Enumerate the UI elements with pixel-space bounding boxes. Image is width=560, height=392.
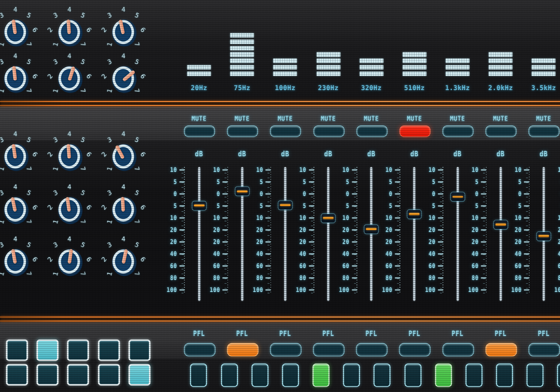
eq-bar-segment (187, 71, 211, 76)
pfl-button[interactable] (356, 343, 388, 356)
soft-key[interactable] (496, 363, 513, 387)
grid-key[interactable] (6, 340, 28, 361)
pfl-button[interactable] (184, 343, 215, 356)
pfl-button[interactable] (442, 343, 474, 356)
grid-key[interactable] (98, 340, 120, 361)
mute-button[interactable] (529, 126, 560, 137)
soft-key[interactable] (465, 363, 482, 387)
grid-key[interactable] (6, 364, 28, 385)
fader-track[interactable] (500, 167, 502, 301)
soft-key[interactable] (251, 363, 268, 387)
eq-bar-segment (360, 65, 383, 70)
fader-scale-label: 80 (507, 274, 522, 281)
fader-scale-label: 100 (205, 286, 220, 293)
soft-key[interactable] (435, 363, 452, 387)
fader-scale-label: 20 (420, 238, 436, 245)
mute-button[interactable] (270, 126, 301, 137)
fader-cap[interactable] (451, 193, 464, 201)
eq-bar-segment (230, 40, 254, 44)
fader-cap[interactable] (192, 201, 206, 210)
eq-bar-segment (230, 46, 254, 50)
fader-track[interactable] (370, 167, 373, 301)
grid-key[interactable] (98, 364, 120, 385)
fader-scale-label: 5 (205, 178, 220, 185)
soft-key[interactable] (527, 363, 544, 387)
fader-scale-label: 60 (291, 262, 306, 269)
pfl-button[interactable] (399, 343, 431, 356)
fader-cap[interactable] (408, 210, 421, 218)
mute-button[interactable] (442, 126, 473, 137)
soft-key[interactable] (557, 363, 560, 387)
fader-scale-label: 60 (162, 262, 177, 269)
db-unit-label: dB (534, 149, 554, 158)
fader-scale-label: 60 (550, 262, 560, 269)
eq-bar-segment (230, 71, 254, 76)
pfl-button[interactable] (313, 343, 344, 356)
fader-scale-label: 5 (507, 202, 522, 209)
mute-button[interactable] (227, 126, 258, 137)
fader-scale-label: 5 (464, 178, 479, 185)
soft-key[interactable] (190, 363, 207, 387)
knob-number: 4 (118, 183, 129, 190)
pfl-label: PFL (313, 329, 343, 338)
fader-scale-label: 5 (248, 202, 263, 209)
fader-scale-label: 5 (378, 202, 392, 209)
fader-scale-label: 0 (291, 190, 306, 197)
fader-cap[interactable] (494, 220, 507, 229)
knob-number: 4 (64, 52, 75, 60)
fader-scale-label: 80 (550, 274, 560, 281)
soft-key[interactable] (343, 363, 360, 387)
fader-track[interactable] (284, 167, 286, 301)
fader-track[interactable] (456, 167, 459, 301)
mute-button[interactable] (356, 126, 387, 137)
soft-key[interactable] (374, 363, 391, 387)
pfl-button[interactable] (270, 343, 301, 356)
fader-track[interactable] (413, 167, 416, 301)
mute-label: MUTE (486, 114, 516, 123)
fader-scale-label: 10 (248, 166, 263, 173)
mute-button[interactable] (400, 126, 430, 137)
grid-key[interactable] (67, 340, 89, 361)
panel-divider-top (0, 101, 560, 107)
pfl-button[interactable] (485, 343, 517, 356)
grid-key[interactable] (37, 364, 59, 385)
pfl-button[interactable] (227, 343, 258, 356)
mute-button[interactable] (313, 126, 344, 137)
grid-key[interactable] (67, 364, 89, 385)
fader-track[interactable] (327, 167, 330, 301)
db-unit-label: dB (232, 149, 252, 158)
soft-key[interactable] (221, 363, 238, 387)
grid-key[interactable] (128, 364, 150, 385)
soft-key[interactable] (312, 363, 330, 387)
fader-cap[interactable] (537, 232, 550, 240)
eq-bar-segment (402, 59, 426, 63)
eq-bar-segment (273, 65, 297, 70)
soft-key[interactable] (282, 363, 299, 387)
eq-bar-segment (446, 59, 470, 63)
eq-bar-segment (532, 71, 556, 76)
mute-button[interactable] (184, 126, 215, 137)
fader-cap-grip-line (495, 224, 506, 225)
eq-band-label: 75Hz (225, 84, 260, 91)
fader-cap[interactable] (321, 214, 335, 222)
eq-bar-segment (402, 52, 426, 57)
fader-scale-label: 60 (420, 262, 436, 269)
fader-cap[interactable] (365, 225, 378, 233)
mute-button[interactable] (486, 126, 517, 137)
fader-scale-label: 0 (205, 190, 220, 197)
fader-track[interactable] (241, 167, 243, 301)
fader-cap[interactable] (235, 187, 249, 196)
eq-bar-segment (316, 65, 340, 70)
grid-key[interactable] (37, 340, 59, 361)
fader-scale-label: 20 (507, 238, 522, 245)
knob-number: 4 (64, 235, 75, 242)
grid-key[interactable] (128, 340, 150, 361)
fader-track[interactable] (198, 167, 200, 301)
fader-scale-label: 80 (464, 274, 479, 281)
fader-scale-label: 5 (378, 178, 392, 185)
fader-scale-label: 20 (550, 238, 560, 245)
pfl-button[interactable] (529, 343, 560, 356)
fader-scale-label: 10 (248, 214, 263, 221)
soft-key[interactable] (404, 363, 421, 387)
fader-cap[interactable] (279, 201, 292, 209)
